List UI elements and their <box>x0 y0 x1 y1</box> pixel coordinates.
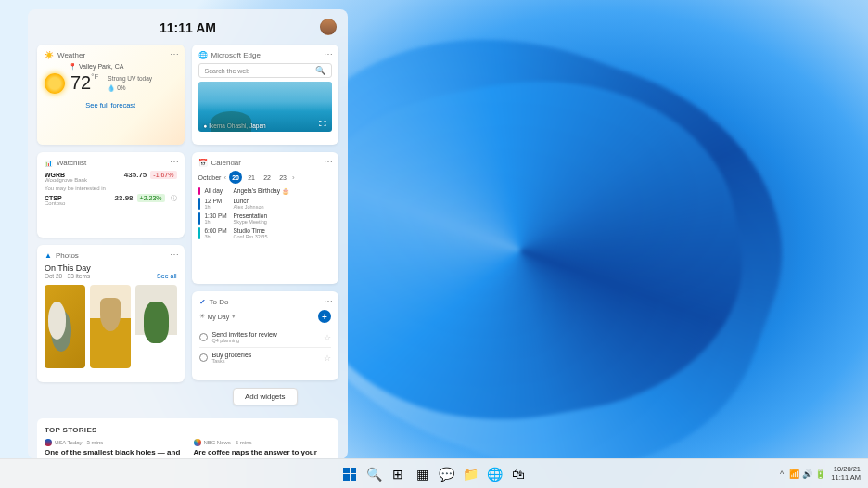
watchlist-more-button[interactable]: ⋯ <box>170 158 179 167</box>
photo-thumbnail[interactable] <box>90 285 131 368</box>
calendar-more-button[interactable]: ⋯ <box>324 158 333 167</box>
taskbar-tray: ^ 📶 🔊 🔋 10/20/21 11:11 AM <box>780 466 868 482</box>
calendar-day[interactable]: 21 <box>245 171 258 184</box>
calendar-event[interactable]: All day Angela's Birthday 🎂 <box>198 187 333 195</box>
start-button[interactable] <box>339 464 360 484</box>
wifi-icon[interactable]: 📶 <box>789 469 799 479</box>
watchlist-note: You may be interested in <box>45 186 177 191</box>
todo-widget[interactable]: ✔ To Do ⋯ ☀ My Day ▾ + Send invites for … <box>192 291 339 380</box>
edge-button[interactable]: 🌐 <box>484 464 504 484</box>
star-icon[interactable]: ☆ <box>324 353 331 363</box>
stock-company: Contoso <box>45 200 65 206</box>
chevron-right-icon[interactable]: › <box>292 173 295 182</box>
tray-overflow-button[interactable]: ^ <box>780 469 784 479</box>
calendar-day[interactable]: 22 <box>261 171 274 184</box>
watchlist-icon: 📊 <box>45 160 53 167</box>
weather-widget[interactable]: ☀️ Weather ⋯ 📍 Valley Park, CA 72°F Stro… <box>37 45 185 145</box>
stock-row[interactable]: CTSP Contoso 23.98 +2.23% ⓘ <box>45 194 177 206</box>
source-icon <box>45 439 52 446</box>
edge-featured-image[interactable]: ● Ikema Ohashi, Japan ⛶ <box>198 82 333 132</box>
watchlist-widget[interactable]: 📊 Watchlist ⋯ WGRB Woodgrove Bank 435.75… <box>37 152 185 238</box>
add-task-button[interactable]: + <box>318 310 331 323</box>
weather-icon: ☀️ <box>45 51 54 59</box>
calendar-title: Calendar <box>211 159 241 167</box>
event-bar <box>198 198 200 210</box>
calendar-widget[interactable]: 📅 Calendar ⋯ October ‹ 20 21 22 23 › All… <box>192 152 339 284</box>
search-icon: 🔍 <box>315 66 326 75</box>
photos-seeall-link[interactable]: See all <box>157 273 176 279</box>
story-item[interactable]: USA Today · 3 mins One of the smallest b… <box>45 439 183 457</box>
photos-icon: ▲ <box>45 251 52 260</box>
user-avatar[interactable] <box>320 19 337 35</box>
watchlist-title: Watchlist <box>57 159 86 167</box>
widgets-button[interactable]: ▦ <box>412 464 432 484</box>
widgets-panel: 11:11 AM ☀️ Weather ⋯ 📍 Valley Park, CA … <box>28 9 348 459</box>
star-icon[interactable]: ☆ <box>324 333 331 342</box>
file-explorer-button[interactable]: 📁 <box>460 464 480 484</box>
edge-widget[interactable]: 🌐 Microsoft Edge ⋯ Search the web 🔍 ● Ik… <box>192 45 339 145</box>
event-bar <box>198 227 200 239</box>
photo-thumbnail[interactable] <box>135 285 176 368</box>
chat-button[interactable]: 💬 <box>436 464 456 484</box>
add-widgets-button[interactable]: Add widgets <box>233 388 298 405</box>
todo-checkbox[interactable] <box>199 353 208 362</box>
sun-icon <box>45 73 65 94</box>
photo-thumbnail[interactable] <box>45 285 85 368</box>
taskbar-center: 🔍 ⊞ ▦ 💬 📁 🌐 🛍 <box>339 464 529 484</box>
todo-text: Buy groceriesTasks <box>212 352 320 364</box>
event-title: Studio TimeConf Rm 32/35 <box>234 227 268 239</box>
chevron-down-icon[interactable]: ▾ <box>232 313 236 320</box>
edge-search-input[interactable]: Search the web 🔍 <box>198 63 333 78</box>
calendar-day[interactable]: 23 <box>276 171 289 184</box>
event-time: 1:30 PM1h <box>205 212 229 225</box>
task-view-button[interactable]: ⊞ <box>388 464 408 484</box>
panel-time: 11:11 AM <box>160 20 216 35</box>
stories-heading: TOP STORIES <box>45 426 331 434</box>
stock-change: -1.67% <box>150 171 176 179</box>
taskbar-clock[interactable]: 10/20/21 11:11 AM <box>831 466 861 482</box>
event-time: 12 PM1h <box>205 198 229 210</box>
story-source: USA Today · 3 mins <box>55 440 103 445</box>
search-placeholder: Search the web <box>205 68 250 74</box>
photos-more-button[interactable]: ⋯ <box>170 250 179 260</box>
photos-widget-title: Photos <box>56 251 79 260</box>
panel-header: 11:11 AM <box>37 17 338 39</box>
volume-icon[interactable]: 🔊 <box>802 469 812 479</box>
todo-more-button[interactable]: ⋯ <box>324 297 333 306</box>
event-title: Angela's Birthday 🎂 <box>234 187 289 195</box>
sun-icon: ☀ <box>199 313 205 320</box>
story-item[interactable]: NBC News · 5 mins Are coffee naps the an… <box>194 439 332 457</box>
event-title: LunchAlex Johnson <box>234 198 264 210</box>
store-button[interactable]: 🛍 <box>508 464 529 484</box>
event-bar <box>198 212 200 225</box>
stock-row[interactable]: WGRB Woodgrove Bank 435.75 -1.67% <box>45 171 177 183</box>
calendar-event[interactable]: 6:00 PM3h Studio TimeConf Rm 32/35 <box>198 227 333 239</box>
todo-icon: ✔ <box>199 298 206 306</box>
edge-image-caption: ● Ikema Ohashi, Japan <box>204 122 266 129</box>
calendar-event[interactable]: 12 PM1h LunchAlex Johnson <box>198 198 333 210</box>
edge-title: Microsoft Edge <box>211 51 261 59</box>
event-bar <box>198 187 200 195</box>
photos-widget[interactable]: ▲ Photos ⋯ On This Day Oct 20 · 33 items… <box>37 245 185 382</box>
system-tray[interactable]: 📶 🔊 🔋 <box>789 469 825 479</box>
calendar-day[interactable]: 20 <box>229 171 242 184</box>
todo-title: To Do <box>210 298 229 306</box>
calendar-event[interactable]: 1:30 PM1h PresentationSkype Meeting <box>198 212 333 225</box>
todo-item[interactable]: Buy groceriesTasks ☆ <box>199 347 332 367</box>
expand-icon[interactable]: ⛶ <box>319 120 326 128</box>
event-title: PresentationSkype Meeting <box>234 212 268 225</box>
story-source: NBC News · 5 mins <box>204 440 252 445</box>
info-icon[interactable]: ⓘ <box>171 194 177 203</box>
edge-more-button[interactable]: ⋯ <box>324 50 333 59</box>
stock-change: +2.23% <box>137 194 165 202</box>
battery-icon[interactable]: 🔋 <box>815 469 825 479</box>
top-stories-widget: TOP STORIES USA Today · 3 mins One of th… <box>37 418 338 459</box>
chevron-left-icon[interactable]: ‹ <box>223 173 226 182</box>
search-button[interactable]: 🔍 <box>364 464 384 484</box>
todo-myday[interactable]: My Day <box>208 314 230 320</box>
todo-item[interactable]: Send invites for reviewQ4 planning ☆ <box>199 327 332 347</box>
todo-checkbox[interactable] <box>199 333 208 341</box>
weather-more-button[interactable]: ⋯ <box>170 50 179 59</box>
weather-forecast-link[interactable]: See full forecast <box>45 101 177 109</box>
weather-details: Strong UV today 💧 0% <box>108 74 152 91</box>
